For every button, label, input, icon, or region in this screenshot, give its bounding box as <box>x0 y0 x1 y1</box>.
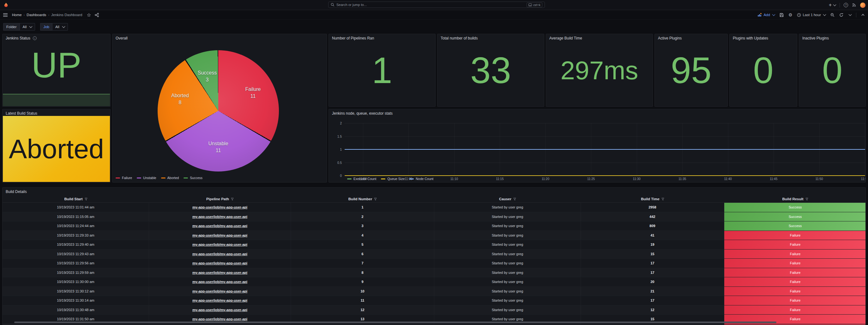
pipeline-path-link[interactable]: my-app-user/job/my-app-user-api <box>149 268 291 277</box>
pipeline-path-text[interactable]: my-app-user/job/my-app-user-api <box>192 308 247 312</box>
pipeline-path-link[interactable]: my-app-user/job/my-app-user-api <box>149 221 291 231</box>
overall-pie-panel: Overall Failure11Unstable11Aborted8Succe… <box>112 34 327 183</box>
chevron-down-icon <box>29 25 33 28</box>
column-header-causer[interactable]: Causer <box>434 196 581 202</box>
legend-item-aborted[interactable]: Aborted <box>161 176 179 180</box>
breadcrumb-item[interactable]: Jenkins Dashboard <box>51 13 82 17</box>
column-header-build-result[interactable]: Build Result <box>724 196 866 202</box>
legend-item-node-count[interactable]: Node Count <box>409 177 433 181</box>
pipeline-path-text[interactable]: my-app-user/job/my-app-user-api <box>192 233 247 237</box>
help-icon[interactable]: ? <box>844 3 848 7</box>
pipeline-path-link[interactable]: my-app-user/job/my-app-user-api <box>149 287 291 296</box>
status-badge-failure: Failure <box>724 287 866 296</box>
pipeline-path-link[interactable] <box>149 324 291 325</box>
status-sparkline <box>3 94 110 106</box>
build-time-cell: 442 <box>581 212 724 221</box>
column-header-build-time[interactable]: Build Time <box>581 196 724 202</box>
variable-label[interactable]: Folder <box>3 23 20 31</box>
pipeline-path-text[interactable]: my-app-user/job/my-app-user-api <box>192 224 247 228</box>
table-row: 10/19/2023 11:30:12 ammy-app-user/job/my… <box>2 287 866 296</box>
legend-item-success[interactable]: Success <box>184 176 203 180</box>
y-axis-label: 1 <box>340 148 342 151</box>
build-result-cell: Failure <box>724 250 866 259</box>
table-row: 10/19/2023 11:30:48 ammy-app-user/job/my… <box>2 305 866 315</box>
divider <box>856 13 856 18</box>
pipeline-path-text[interactable]: my-app-user/job/my-app-user-api <box>192 289 247 293</box>
pipeline-path-link[interactable]: my-app-user/job/my-app-user-api <box>149 240 291 249</box>
legend-item-unstable[interactable]: Unstable <box>137 176 156 180</box>
collapse-toolbar-icon[interactable] <box>861 13 865 17</box>
variable-value-dropdown[interactable]: All <box>20 23 35 31</box>
legend-label: Queue Size <box>387 177 405 181</box>
new-menu-button[interactable]: + <box>829 2 836 8</box>
user-avatar[interactable] <box>860 3 866 8</box>
pipeline-path-text[interactable]: my-app-user/job/my-app-user-api <box>192 205 247 209</box>
column-header-build-number[interactable]: Build Number <box>291 196 434 202</box>
legend-item-failure[interactable]: Failure <box>116 176 132 180</box>
pipeline-path-link[interactable]: my-app-user/job/my-app-user-api <box>149 277 291 287</box>
y-axis-label: 0.5 <box>337 161 342 164</box>
pipeline-path-text[interactable]: my-app-user/job/my-app-user-api <box>192 261 247 265</box>
build-start-cell: 10/19/2023 11:01:44 am <box>2 203 149 212</box>
refresh-button[interactable] <box>839 13 843 17</box>
filter-funnel-icon[interactable] <box>231 198 234 201</box>
filter-funnel-icon[interactable] <box>374 198 377 201</box>
filter-funnel-icon[interactable] <box>661 198 664 201</box>
time-range-picker[interactable]: Last 1 hour <box>797 13 826 17</box>
y-axis-label: 1.5 <box>337 135 342 138</box>
favorite-star-icon[interactable] <box>87 13 91 17</box>
legend-item-executor-count[interactable]: Executor Count <box>347 177 376 181</box>
causer-cell: Started by user greg <box>434 250 581 259</box>
build-number-cell: 10 <box>291 287 434 296</box>
legend-item-queue-size[interactable]: Queue Size <box>381 177 405 181</box>
column-header-pipeline-path[interactable]: Pipeline Path <box>149 196 291 202</box>
filter-funnel-icon[interactable] <box>805 198 808 201</box>
dashboard-settings-button[interactable]: ⚙ <box>788 12 793 18</box>
pipeline-path-text[interactable]: my-app-user/job/my-app-user-api <box>192 298 247 302</box>
column-header-label: Build Start <box>64 197 83 201</box>
time-series-plot[interactable]: 00.511.5211:0011:0511:1011:1511:2011:251… <box>345 123 865 175</box>
pipeline-path-link[interactable]: my-app-user/job/my-app-user-api <box>149 231 291 240</box>
pipeline-path-link[interactable]: my-app-user/job/my-app-user-api <box>149 203 291 212</box>
pipeline-path-link[interactable]: my-app-user/job/my-app-user-api <box>149 296 291 305</box>
share-icon[interactable] <box>95 13 99 17</box>
horizontal-scrollbar[interactable] <box>14 322 776 323</box>
news-icon[interactable] <box>852 3 856 7</box>
legend-label: Failure <box>122 176 132 180</box>
pipeline-path-link[interactable]: my-app-user/job/my-app-user-api <box>149 250 291 259</box>
pipeline-path-text[interactable]: my-app-user/job/my-app-user-api <box>192 317 247 321</box>
stat-value: 0 <box>799 34 866 106</box>
zoom-out-icon <box>830 13 835 17</box>
pipeline-path-text[interactable]: my-app-user/job/my-app-user-api <box>192 242 247 246</box>
variable-value-dropdown[interactable]: All <box>52 23 68 31</box>
refresh-interval-dropdown[interactable] <box>848 14 851 15</box>
filter-funnel-icon[interactable] <box>513 198 516 201</box>
menu-toggle-icon[interactable] <box>3 13 7 17</box>
pipeline-path-text[interactable]: my-app-user/job/my-app-user-api <box>192 271 247 274</box>
panel-title: Overall <box>116 36 128 40</box>
search-input[interactable]: Search or jump to... ctrl+k <box>328 2 545 8</box>
grid-line <box>345 123 865 124</box>
build-start-cell: 10/19/2023 11:15:05 am <box>2 212 149 221</box>
breadcrumb-item[interactable]: Dashboards <box>27 13 46 17</box>
add-panel-button[interactable]: Add <box>757 13 775 17</box>
pipeline-path-link[interactable]: my-app-user/job/my-app-user-api <box>149 305 291 315</box>
filter-funnel-icon[interactable] <box>85 198 88 201</box>
pipeline-path-text[interactable]: my-app-user/job/my-app-user-api <box>192 252 247 256</box>
column-header-build-start[interactable]: Build Start <box>2 196 149 202</box>
pipeline-path-text[interactable]: my-app-user/job/my-app-user-api <box>192 280 247 284</box>
x-axis-label: 11:40 <box>724 177 732 181</box>
variable-label[interactable]: Job <box>40 23 52 31</box>
slice-name: Aborted <box>171 92 189 99</box>
zoom-out-button[interactable] <box>830 13 835 17</box>
add-chart-icon <box>757 13 762 17</box>
build-details-panel: Build Details Build StartPipeline PathBu… <box>2 187 866 325</box>
grafana-logo-icon[interactable] <box>3 2 9 8</box>
info-icon[interactable]: i <box>33 36 37 40</box>
breadcrumb-item[interactable]: Home <box>12 13 22 17</box>
pipeline-path-text[interactable]: my-app-user/job/my-app-user-api <box>192 215 247 219</box>
pipeline-path-link[interactable]: my-app-user/job/my-app-user-api <box>149 259 291 268</box>
pie-slice-label: Success3 <box>198 69 217 84</box>
pipeline-path-link[interactable]: my-app-user/job/my-app-user-api <box>149 212 291 221</box>
save-dashboard-button[interactable] <box>780 13 784 17</box>
